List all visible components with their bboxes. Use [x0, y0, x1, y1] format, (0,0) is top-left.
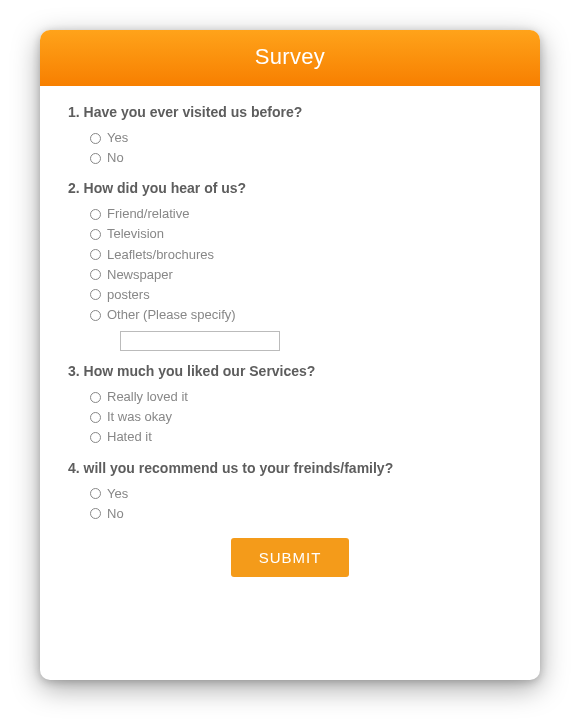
radio-icon [90, 249, 101, 260]
option-q2-friend[interactable]: Friend/relative [90, 204, 512, 224]
option-q3-okay[interactable]: It was okay [90, 407, 512, 427]
option-q2-television[interactable]: Television [90, 224, 512, 244]
question-2-options: Friend/relative Television Leaflets/broc… [68, 204, 512, 325]
other-specify-input[interactable] [120, 331, 280, 351]
option-q2-newspaper[interactable]: Newspaper [90, 265, 512, 285]
option-label: Hated it [107, 427, 152, 447]
question-1-number: 1. [68, 104, 80, 120]
option-label: posters [107, 285, 150, 305]
question-2-text: How did you hear of us? [84, 180, 247, 196]
question-2-number: 2. [68, 180, 80, 196]
question-4-options: Yes No [68, 484, 512, 524]
question-1: 1. Have you ever visited us before? [68, 104, 512, 120]
option-label: Leaflets/brochures [107, 245, 214, 265]
submit-button[interactable]: SUBMIT [231, 538, 350, 577]
option-label: Yes [107, 128, 128, 148]
option-label: No [107, 504, 124, 524]
survey-header: Survey [40, 30, 540, 86]
question-3-text: How much you liked our Services? [84, 363, 316, 379]
radio-icon [90, 153, 101, 164]
survey-body: 1. Have you ever visited us before? Yes … [40, 86, 540, 680]
submit-wrap: SUBMIT [68, 530, 512, 597]
survey-card: Survey 1. Have you ever visited us befor… [40, 30, 540, 680]
submit-label: SUBMIT [259, 549, 322, 566]
radio-icon [90, 133, 101, 144]
option-q3-loved[interactable]: Really loved it [90, 387, 512, 407]
radio-icon [90, 508, 101, 519]
radio-icon [90, 229, 101, 240]
option-label: Other (Please specify) [107, 305, 236, 325]
radio-icon [90, 412, 101, 423]
question-1-options: Yes No [68, 128, 512, 168]
radio-icon [90, 432, 101, 443]
other-specify-wrap [120, 331, 512, 351]
question-1-text: Have you ever visited us before? [84, 104, 303, 120]
option-label: Friend/relative [107, 204, 189, 224]
option-q4-yes[interactable]: Yes [90, 484, 512, 504]
option-q2-posters[interactable]: posters [90, 285, 512, 305]
radio-icon [90, 488, 101, 499]
option-label: Newspaper [107, 265, 173, 285]
option-q2-leaflets[interactable]: Leaflets/brochures [90, 245, 512, 265]
question-3-options: Really loved it It was okay Hated it [68, 387, 512, 447]
option-q2-other[interactable]: Other (Please specify) [90, 305, 512, 325]
question-2: 2. How did you hear of us? [68, 180, 512, 196]
option-label: Really loved it [107, 387, 188, 407]
radio-icon [90, 310, 101, 321]
radio-icon [90, 209, 101, 220]
option-q1-no[interactable]: No [90, 148, 512, 168]
option-label: It was okay [107, 407, 172, 427]
option-q3-hated[interactable]: Hated it [90, 427, 512, 447]
option-q4-no[interactable]: No [90, 504, 512, 524]
radio-icon [90, 269, 101, 280]
question-3: 3. How much you liked our Services? [68, 363, 512, 379]
radio-icon [90, 289, 101, 300]
question-3-number: 3. [68, 363, 80, 379]
option-q1-yes[interactable]: Yes [90, 128, 512, 148]
survey-title: Survey [255, 44, 325, 69]
option-label: No [107, 148, 124, 168]
question-4-text: will you recommend us to your freinds/fa… [84, 460, 394, 476]
question-4-number: 4. [68, 460, 80, 476]
radio-icon [90, 392, 101, 403]
option-label: Television [107, 224, 164, 244]
question-4: 4. will you recommend us to your freinds… [68, 460, 512, 476]
option-label: Yes [107, 484, 128, 504]
